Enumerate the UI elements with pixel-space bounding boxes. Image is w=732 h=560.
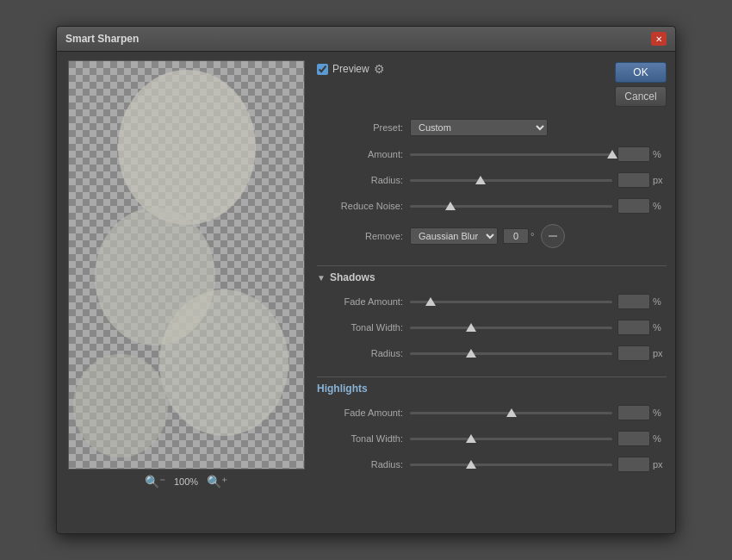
degree-sign: ° (530, 231, 534, 241)
preset-select[interactable]: Custom Default Save Preset... (410, 119, 548, 136)
amount-input[interactable]: 100 (617, 146, 650, 162)
preview-image (69, 61, 304, 469)
reduce-noise-thumb[interactable] (445, 202, 456, 210)
shadows-fade-thumb[interactable] (425, 297, 436, 306)
reduce-noise-row: Reduce Noise: 20 % (317, 198, 667, 214)
highlights-radius-slider-container (410, 457, 612, 471)
shadows-radius-label: Radius: (317, 348, 403, 358)
highlights-title: Highlights (317, 383, 368, 395)
angle-input[interactable]: 0 (503, 228, 529, 244)
preview-panel: 🔍⁻ 100% 🔍⁺ (65, 60, 307, 488)
shadows-radius-unit: px (653, 348, 667, 358)
radius-row: Radius: 3.5 px (317, 172, 667, 188)
shadows-title: Shadows (330, 271, 375, 283)
preview-checkbox[interactable] (317, 64, 328, 75)
highlights-radius-label: Radius: (317, 459, 403, 470)
dial-line (549, 235, 557, 237)
preview-label: Preview (332, 63, 369, 75)
cancel-button[interactable]: Cancel (615, 86, 667, 107)
highlights-tonal-thumb[interactable] (466, 434, 476, 443)
preset-label: Preset: (317, 122, 403, 133)
shadows-radius-track (410, 352, 612, 355)
shadows-radius-thumb[interactable] (466, 349, 476, 358)
shadows-fade-row: Fade Amount: 10 % (317, 294, 667, 309)
shadows-tonal-slider-container (410, 320, 612, 334)
highlights-radius-track (410, 464, 612, 466)
shadows-radius-input[interactable]: 30 (617, 345, 650, 361)
preview-checkbox-row: Preview ⚙ (317, 62, 385, 76)
preview-controls: 🔍⁻ 100% 🔍⁺ (145, 475, 227, 488)
radius-input[interactable]: 3.5 (617, 172, 650, 188)
radius-slider-container (410, 173, 612, 187)
reduce-noise-track (410, 205, 612, 208)
zoom-out-icon[interactable]: 🔍⁻ (145, 475, 165, 488)
shadows-fade-label: Fade Amount: (317, 296, 403, 307)
highlights-tonal-label: Tonal Width: (317, 433, 403, 444)
shadows-tonal-input[interactable]: 30 (617, 320, 650, 335)
smart-sharpen-dialog: Smart Sharpen ✕ 🔍⁻ 100% 🔍⁺ Preview (56, 26, 676, 534)
reduce-noise-unit: % (653, 201, 667, 211)
zoom-in-icon[interactable]: 🔍⁺ (207, 475, 227, 488)
shadows-fade-input[interactable]: 10 (617, 294, 650, 309)
radius-unit: px (653, 175, 667, 185)
shadows-tonal-unit: % (653, 322, 667, 333)
preview-canvas (68, 60, 305, 470)
angle-dial[interactable] (541, 224, 565, 248)
highlights-radius-row: Radius: 30 px (317, 457, 667, 472)
shadows-fade-unit: % (653, 296, 667, 307)
shadows-fade-slider-container (410, 295, 612, 308)
ok-button[interactable]: OK (615, 62, 667, 83)
highlights-tonal-input[interactable]: 30 (617, 431, 650, 446)
close-button[interactable]: ✕ (651, 32, 667, 46)
highlights-tonal-unit: % (653, 433, 667, 444)
reduce-noise-input[interactable]: 20 (617, 198, 650, 214)
amount-label: Amount: (317, 149, 403, 159)
shadows-section-header: ▼ Shadows (317, 265, 667, 283)
gear-button[interactable]: ⚙ (374, 62, 385, 76)
shadows-radius-slider-container (410, 346, 612, 360)
highlights-tonal-track (410, 438, 612, 440)
highlights-fade-slider-container (410, 406, 612, 420)
amount-thumb[interactable] (607, 150, 617, 159)
action-buttons: OK Cancel (615, 62, 667, 107)
shadows-tonal-thumb[interactable] (466, 323, 476, 332)
amount-track (410, 153, 612, 156)
amount-unit: % (653, 149, 667, 159)
shadows-arrow-icon[interactable]: ▼ (317, 273, 326, 283)
remove-row: Remove: Gaussian Blur Motion Blur Lens B… (317, 224, 667, 248)
highlights-tonal-row: Tonal Width: 30 % (317, 431, 667, 446)
amount-slider-container (410, 147, 612, 161)
highlights-fade-label: Fade Amount: (317, 408, 403, 418)
radius-label: Radius: (317, 175, 403, 185)
shadows-tonal-row: Tonal Width: 30 % (317, 320, 667, 335)
highlights-section-header: Highlights (317, 376, 667, 395)
highlights-radius-input[interactable]: 30 (617, 457, 650, 472)
right-panel: Preview ⚙ OK Cancel Preset: Custom Defau… (317, 60, 667, 488)
highlights-fade-unit: % (653, 408, 667, 418)
dialog-title: Smart Sharpen (65, 33, 139, 45)
dialog-body: 🔍⁻ 100% 🔍⁺ Preview ⚙ OK Cancel (57, 52, 675, 497)
remove-select[interactable]: Gaussian Blur Motion Blur Lens Blur (410, 227, 498, 245)
highlights-fade-track (410, 412, 612, 414)
preset-row: Preset: Custom Default Save Preset... (317, 119, 667, 136)
shadows-tonal-track (410, 327, 612, 329)
amount-row: Amount: 100 % (317, 146, 667, 162)
radius-track (410, 179, 612, 182)
reduce-noise-label: Reduce Noise: (317, 201, 403, 211)
highlights-radius-thumb[interactable] (466, 460, 476, 469)
shadows-fade-track (410, 301, 612, 303)
radius-thumb[interactable] (475, 176, 486, 184)
highlights-fade-input[interactable]: 50 (617, 405, 650, 420)
shadows-radius-row: Radius: 30 px (317, 345, 667, 361)
zoom-level: 100% (174, 476, 198, 487)
remove-label: Remove: (317, 231, 403, 241)
highlights-fade-thumb[interactable] (506, 408, 517, 417)
highlights-fade-row: Fade Amount: 50 % (317, 405, 667, 420)
shadows-tonal-label: Tonal Width: (317, 322, 403, 333)
reduce-noise-slider-container (410, 199, 612, 213)
highlights-tonal-slider-container (410, 432, 612, 445)
title-bar: Smart Sharpen ✕ (57, 27, 675, 52)
highlights-radius-unit: px (653, 459, 667, 470)
